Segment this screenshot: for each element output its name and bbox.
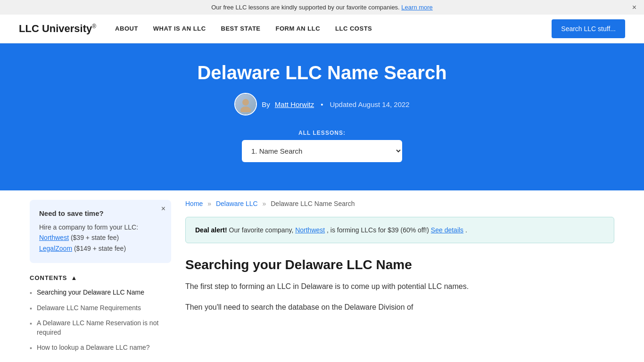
author-prefix: By xyxy=(262,100,270,108)
legalzoom-detail: ($149 + state fee) xyxy=(74,245,126,252)
sidebar: × Need to save time? Hire a company to f… xyxy=(30,200,171,358)
deal-alert-label: Deal alert! xyxy=(195,226,227,234)
all-lessons-label: ALL LESSONS: xyxy=(9,130,635,136)
deal-alert-northwest-link[interactable]: Northwest xyxy=(295,226,325,234)
contents-item-1[interactable]: Searching your Delaware LLC Name xyxy=(30,288,171,298)
deal-alert-after-company: , is forming LLCs for $39 (60% off!) xyxy=(327,226,429,234)
breadcrumb: Home » Delaware LLC » Delaware LLC Name … xyxy=(185,200,614,207)
breadcrumb-home[interactable]: Home xyxy=(185,200,203,207)
deal-alert-box: Deal alert! Our favorite company, Northw… xyxy=(185,217,614,243)
nav-what-is-llc[interactable]: WHAT IS AN LLC xyxy=(153,25,206,33)
save-time-title: Need to save time? xyxy=(39,209,162,217)
contents-box: CONTENTS ▲ Searching your Delaware LLC N… xyxy=(30,274,171,353)
author-line: By Matt Horwitz • Updated August 14, 202… xyxy=(9,93,635,115)
site-logo[interactable]: LLC University® xyxy=(19,23,96,35)
legalzoom-link[interactable]: LegalZoom xyxy=(39,245,72,252)
save-time-box: × Need to save time? Hire a company to f… xyxy=(30,200,171,263)
save-time-close-button[interactable]: × xyxy=(161,205,165,213)
svg-point-1 xyxy=(240,107,251,112)
breadcrumb-sep-1: » xyxy=(207,200,211,207)
updated-date: Updated August 14, 2022 xyxy=(330,100,409,108)
nav-form-llc[interactable]: FORM AN LLC xyxy=(276,25,321,33)
breadcrumb-sep-2: » xyxy=(263,200,266,207)
save-time-text: Hire a company to form your LLC: Northwe… xyxy=(39,222,162,254)
breadcrumb-delaware-llc[interactable]: Delaware LLC xyxy=(216,200,258,207)
separator: • xyxy=(321,100,323,108)
article-content: Home » Delaware LLC » Delaware LLC Name … xyxy=(185,200,614,358)
main-nav: ABOUT WHAT IS AN LLC BEST STATE FORM AN … xyxy=(115,25,552,33)
contents-toggle-icon: ▲ xyxy=(71,274,78,281)
svg-point-0 xyxy=(242,99,249,106)
page-title: Delaware LLC Name Search xyxy=(9,62,635,83)
contents-list: Searching your Delaware LLC Name Delawar… xyxy=(30,288,171,353)
article-para-2: Then you'll need to search the database … xyxy=(185,301,614,314)
deal-alert-see-details-link[interactable]: See details xyxy=(431,226,463,234)
contents-label: CONTENTS xyxy=(30,274,67,281)
article-heading: Searching your Delaware LLC Name xyxy=(185,257,614,272)
northwest-link[interactable]: Northwest xyxy=(39,234,69,241)
contents-item-4[interactable]: How to lookup a Delaware LLC name? xyxy=(30,343,171,353)
search-button[interactable]: Search LLC stuff... xyxy=(552,19,625,38)
nav-best-state[interactable]: BEST STATE xyxy=(221,25,261,33)
avatar xyxy=(234,93,257,115)
article-para-1: The first step to forming an LLC in Dela… xyxy=(185,280,614,293)
breadcrumb-current: Delaware LLC Name Search xyxy=(271,200,355,207)
hero-section: Delaware LLC Name Search By Matt Horwitz… xyxy=(0,43,644,190)
northwest-detail: ($39 + state fee) xyxy=(71,234,119,241)
nav-llc-costs[interactable]: LLC COSTS xyxy=(335,25,372,33)
contents-item-3[interactable]: A Delaware LLC Name Reservation is not r… xyxy=(30,319,171,337)
main-content: × Need to save time? Hire a company to f… xyxy=(16,190,628,362)
site-header: LLC University® ABOUT WHAT IS AN LLC BES… xyxy=(0,15,644,43)
learn-more-link[interactable]: Learn more xyxy=(401,4,432,11)
top-banner: Our free LLC lessons are kindly supporte… xyxy=(0,0,644,15)
deal-alert-text: Our favorite company, xyxy=(229,226,294,234)
lessons-dropdown[interactable]: 1. Name Search 2. Registered Agent 3. Ce… xyxy=(242,140,402,162)
author-link[interactable]: Matt Horwitz xyxy=(275,100,314,108)
contents-toggle[interactable]: CONTENTS ▲ xyxy=(30,274,171,281)
deal-alert-period: . xyxy=(465,226,467,234)
banner-close-button[interactable]: × xyxy=(632,3,636,12)
banner-text: Our free LLC lessons are kindly supporte… xyxy=(211,4,400,11)
contents-item-2[interactable]: Delaware LLC Name Requirements xyxy=(30,304,171,313)
nav-about[interactable]: ABOUT xyxy=(115,25,138,33)
